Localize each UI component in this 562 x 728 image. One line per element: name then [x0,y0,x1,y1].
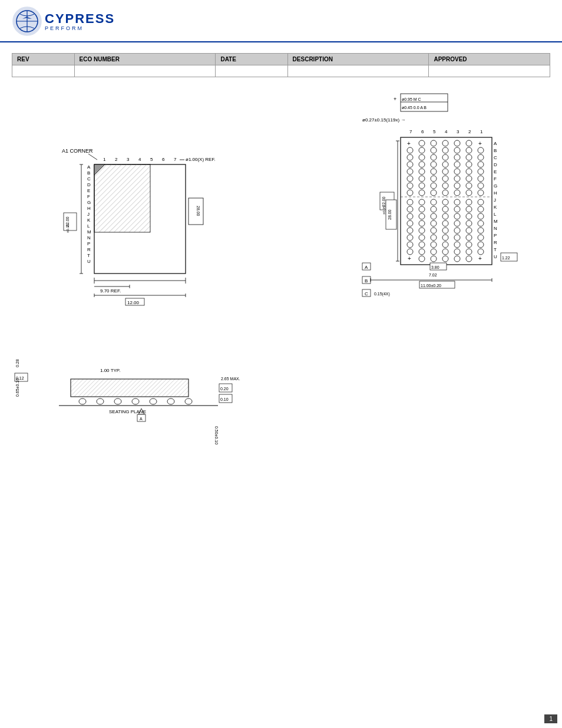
svg-text:U: U [87,259,91,264]
svg-point-158 [407,190,413,196]
svg-rect-59 [71,379,189,397]
svg-text:ø0.95 M C: ø0.95 M C [402,97,421,101]
svg-text:1: 1 [480,129,483,134]
svg-point-208 [407,242,413,248]
svg-point-209 [419,242,425,248]
svg-text:A: A [87,164,91,170]
svg-point-156 [466,183,472,189]
svg-text:C: C [87,176,91,182]
svg-point-144 [407,176,413,182]
svg-point-136 [478,162,484,167]
svg-text:C: C [494,155,497,160]
svg-point-215 [407,249,413,255]
svg-text:28.00: 28.00 [388,209,392,220]
svg-point-159 [419,190,425,196]
svg-point-206 [466,235,472,241]
svg-point-191 [454,220,460,226]
svg-point-125 [431,154,437,160]
logo-perform-label: PERFORM [45,25,115,31]
svg-point-170 [454,199,460,205]
svg-point-139 [431,169,437,174]
svg-point-161 [442,190,448,196]
svg-text:C: C [365,291,368,297]
svg-point-179 [478,206,484,212]
a1-corner-label: A1 CORNER [62,148,93,154]
svg-point-205 [454,235,460,241]
svg-text:F: F [494,176,497,182]
svg-point-195 [419,228,425,233]
cell-desc [287,65,429,77]
svg-point-151 [407,183,413,189]
svg-point-200 [478,228,484,233]
svg-point-185 [466,213,472,219]
svg-point-164 [478,190,484,196]
table-header-rev: REV [12,54,75,65]
svg-point-217 [431,249,437,255]
svg-point-62 [97,398,104,404]
svg-text:D: D [494,162,497,167]
svg-text:E: E [87,188,90,193]
right-diagram: + ø0.95 M C ø0.45 0.0 A B ø0.27±0.15(119… [271,89,550,457]
svg-text:0.10: 0.10 [220,397,229,401]
table-row [12,65,550,77]
svg-point-194 [407,228,413,233]
svg-text:2: 2 [468,129,471,134]
svg-text:B: B [365,278,368,284]
svg-point-189 [431,220,437,226]
svg-point-133 [442,162,448,167]
svg-point-224 [431,256,437,262]
svg-text:D: D [87,182,91,187]
svg-text:B: B [494,148,497,153]
svg-point-128 [466,154,472,160]
svg-text:M: M [87,229,91,235]
svg-text:1.22: 1.22 [502,256,510,260]
info-table: REV ECO NUMBER DATE DESCRIPTION APPROVED [12,53,550,77]
svg-text:N: N [494,226,497,231]
svg-point-140 [442,169,448,174]
logo-cypress-label: CYPRESS [45,11,115,27]
svg-text:5: 5 [150,157,153,162]
header: CYPRESS PERFORM [0,0,562,42]
svg-point-123 [407,154,413,160]
left-diagram: A1 CORNER 1 2 3 4 5 6 7 ø1.00(X) REF. [12,89,259,457]
svg-point-116 [407,147,413,153]
svg-point-118 [431,147,437,153]
svg-point-207 [478,235,484,241]
svg-point-226 [454,256,460,262]
svg-point-203 [431,235,437,241]
svg-point-145 [419,176,425,182]
svg-point-213 [466,242,472,248]
svg-text:+: + [407,140,411,147]
svg-text:J: J [494,197,496,203]
svg-text:3: 3 [457,129,459,134]
svg-point-166 [407,199,413,205]
main-content: A1 CORNER 1 2 3 4 5 6 7 ø1.00(X) REF. [0,83,562,463]
svg-point-168 [431,199,437,205]
svg-point-220 [466,249,472,255]
svg-text:0.65±0.10: 0.65±0.10 [15,378,19,397]
svg-text:11.00±0.20: 11.00±0.20 [421,284,441,288]
svg-point-186 [478,213,484,219]
svg-text:2: 2 [115,157,118,162]
svg-text:0.50±0.10: 0.50±0.10 [214,426,219,444]
svg-point-210 [431,242,437,248]
svg-point-201 [407,235,413,241]
svg-text:P: P [87,241,90,246]
svg-point-113 [454,140,460,146]
svg-text:G: G [87,200,91,205]
cell-rev [12,65,75,77]
svg-point-61 [79,398,86,404]
left-diagram-svg: A1 CORNER 1 2 3 4 5 6 7 ø1.00(X) REF. [12,89,247,337]
svg-point-142 [466,169,472,174]
svg-text:L: L [494,212,497,217]
svg-point-212 [454,242,460,248]
svg-text:2.65 MAX.: 2.65 MAX. [221,377,240,381]
svg-point-204 [442,235,448,241]
svg-text:A: A [140,417,143,421]
svg-point-163 [466,190,472,196]
table-header-desc: DESCRIPTION [287,54,429,65]
svg-point-225 [442,256,448,262]
svg-rect-35 [189,198,203,225]
svg-text:H: H [87,206,91,211]
svg-text:6: 6 [162,157,165,162]
